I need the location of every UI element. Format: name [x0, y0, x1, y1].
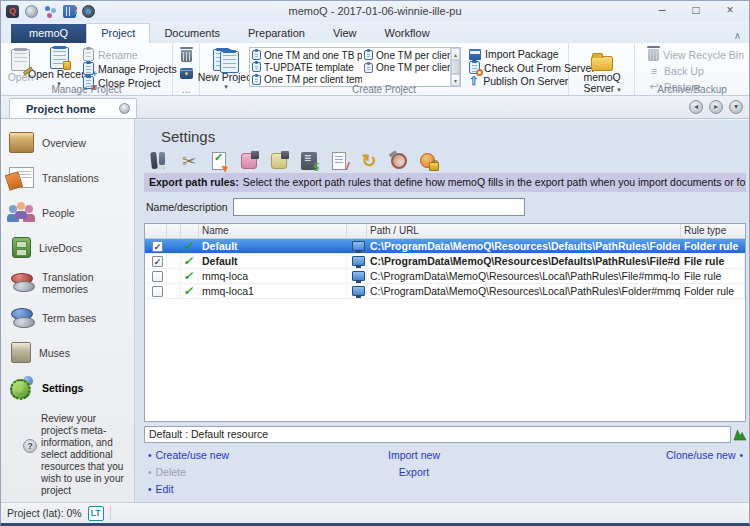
- scroll-up-icon[interactable]: ▴: [451, 48, 460, 60]
- open-recent-button[interactable]: Open Recent ▾: [37, 45, 81, 83]
- rename-button[interactable]: Rename: [81, 48, 169, 61]
- info-bar-text: Select the export path rules that define…: [243, 176, 746, 188]
- rule-path: C:\ProgramData\MemoQ\Resources\Local\Pat…: [367, 269, 681, 283]
- memoq-server-button[interactable]: memoQ Server ▾: [572, 45, 632, 94]
- group-manage-project: Open Open Recent ▾ Rename + Manage Proje…: [1, 43, 173, 95]
- table-row[interactable]: ✓ mmq-loca C:\ProgramData\MemoQ\Resource…: [145, 269, 745, 284]
- back-up-button[interactable]: ≡ Back Up: [646, 64, 746, 77]
- archive-project-icon[interactable]: [180, 68, 193, 79]
- collapse-ribbon-icon[interactable]: ∧: [734, 30, 741, 41]
- maximize-button[interactable]: □: [679, 1, 713, 21]
- template-scrollbar[interactable]: ▴ ▾: [450, 48, 460, 86]
- rule-name: mmq-loca1: [199, 284, 347, 298]
- rule-path: C:\ProgramData\MemoQ\Resources\Defaults\…: [367, 254, 681, 268]
- sidebar-item-people[interactable]: People: [1, 195, 134, 230]
- autocorrect-icon[interactable]: ↻: [358, 150, 380, 172]
- general-settings-icon[interactable]: [148, 150, 170, 172]
- new-project-button[interactable]: New Project ▾: [203, 45, 249, 83]
- check-out-from-server-button[interactable]: Check Out From Server: [467, 61, 565, 74]
- group-label-create-project: Create Project: [200, 84, 568, 95]
- filter-label: Name/description: [146, 201, 228, 213]
- clone-use-new-link[interactable]: Clone/use new•: [666, 449, 743, 461]
- close-button[interactable]: ×: [713, 1, 747, 21]
- edit-link[interactable]: •Edit: [148, 483, 174, 495]
- tab-documents[interactable]: Documents: [150, 24, 234, 43]
- project-home-sidebar: Overview Translations People LiveDocs Tr…: [1, 119, 135, 502]
- name-description-input[interactable]: [233, 198, 525, 216]
- sidebar-item-term-bases[interactable]: Term bases: [1, 300, 134, 335]
- nav-dropdown-icon[interactable]: ▾: [729, 100, 743, 114]
- segmentation-rules-icon[interactable]: ✂: [178, 150, 200, 172]
- history-nav: ◂ ▸ ▾: [689, 100, 743, 114]
- font-substitution-icon[interactable]: [418, 150, 440, 172]
- tab-view[interactable]: View: [319, 24, 371, 43]
- sidebar-item-settings[interactable]: Settings: [1, 370, 134, 405]
- local-resource-icon: [352, 286, 365, 296]
- tab-memoq[interactable]: memoQ: [11, 24, 86, 43]
- options-gear-icon[interactable]: [82, 5, 95, 18]
- row-checkbox[interactable]: ✓: [152, 241, 163, 252]
- tab-workflow[interactable]: Workflow: [371, 24, 444, 43]
- sidebar-item-muses[interactable]: Muses: [1, 335, 134, 370]
- column-header-name[interactable]: Name: [199, 224, 347, 238]
- auto-translation-rules-icon[interactable]: ≡5: [298, 150, 320, 172]
- template-item[interactable]: T-UPDATE template: [252, 61, 362, 73]
- import-package-button[interactable]: Import Package: [467, 48, 565, 60]
- create-use-new-link[interactable]: •Create/use new: [148, 449, 229, 461]
- group-label-manage-project: Manage Project: [1, 84, 172, 95]
- nav-back-icon[interactable]: ◂: [689, 100, 703, 114]
- sidebar-item-translations[interactable]: Translations: [1, 160, 134, 195]
- group-memoq-server: memoQ Server ▾: [569, 43, 635, 95]
- sidebar-item-translation-memories[interactable]: Translation memories: [1, 265, 134, 300]
- column-header-rule-type[interactable]: Rule type: [681, 224, 745, 238]
- bullet-icon: •: [148, 484, 152, 495]
- address-book-icon[interactable]: [63, 5, 76, 18]
- manage-projects-button[interactable]: + Manage Projects: [81, 62, 169, 75]
- share-molecule-icon[interactable]: [44, 5, 57, 18]
- livedocs-settings-icon[interactable]: [268, 150, 290, 172]
- info-bar-title: Export path rules:: [149, 176, 239, 188]
- row-checkbox[interactable]: [152, 271, 163, 282]
- minimize-button[interactable]: –: [645, 1, 679, 21]
- row-checkbox[interactable]: ✓: [152, 256, 163, 267]
- nav-forward-icon[interactable]: ▸: [709, 100, 723, 114]
- import-new-link[interactable]: Import new: [354, 449, 474, 461]
- template-item[interactable]: One TM per client template 2: [364, 49, 450, 62]
- table-row[interactable]: ✓ mmq-loca1 C:\ProgramData\MemoQ\Resourc…: [145, 284, 745, 299]
- sidebar-item-livedocs[interactable]: LiveDocs: [1, 230, 134, 265]
- tm-settings-icon[interactable]: [238, 150, 260, 172]
- status-divider: [110, 506, 111, 520]
- tab-project[interactable]: Project: [86, 23, 150, 43]
- row-checkbox[interactable]: [152, 286, 163, 297]
- tab-pin-icon[interactable]: [119, 103, 130, 114]
- help-globe-icon[interactable]: [25, 5, 38, 18]
- rule-type: Folder rule: [681, 284, 745, 298]
- table-row[interactable]: ✓ ✓ Default C:\ProgramData\MemoQ\Resourc…: [145, 239, 745, 254]
- memoq-logo-icon[interactable]: Q: [6, 5, 19, 18]
- tab-project-home[interactable]: Project home: [9, 98, 137, 118]
- resource-status-icon[interactable]: [733, 428, 747, 441]
- delete-project-trash-icon[interactable]: [181, 50, 192, 62]
- recycle-bin-icon: [648, 49, 659, 61]
- scroll-thumb[interactable]: [451, 60, 460, 74]
- export-link[interactable]: Export: [354, 466, 474, 478]
- template-item[interactable]: One TM per client template: [364, 62, 450, 75]
- sidebar-item-overview[interactable]: Overview: [1, 125, 134, 160]
- tab-preparation[interactable]: Preparation: [234, 24, 319, 43]
- template-item[interactable]: One TM and one TB per ...: [252, 49, 362, 61]
- template-icon: [364, 63, 373, 73]
- ignore-lists-icon[interactable]: [388, 150, 410, 172]
- term-bases-icon: [9, 307, 34, 328]
- column-header-path[interactable]: Path / URL: [367, 224, 681, 238]
- rule-name: Default: [199, 239, 347, 253]
- group-create-project: New Project ▾ One TM and one TB per ... …: [200, 43, 569, 95]
- filter-row: Name/description: [146, 201, 228, 213]
- language-terminal-badge[interactable]: LT: [88, 506, 104, 521]
- qa-settings-icon[interactable]: [208, 150, 230, 172]
- export-path-rules-icon[interactable]: /: [328, 150, 350, 172]
- table-row[interactable]: ✓ ✓ Default C:\ProgramData\MemoQ\Resourc…: [145, 254, 745, 269]
- view-recycle-bin-button[interactable]: View Recycle Bin: [646, 48, 746, 61]
- open-recent-icon: [50, 47, 69, 69]
- template-icon: [252, 50, 261, 60]
- delete-link[interactable]: •Delete: [148, 466, 186, 478]
